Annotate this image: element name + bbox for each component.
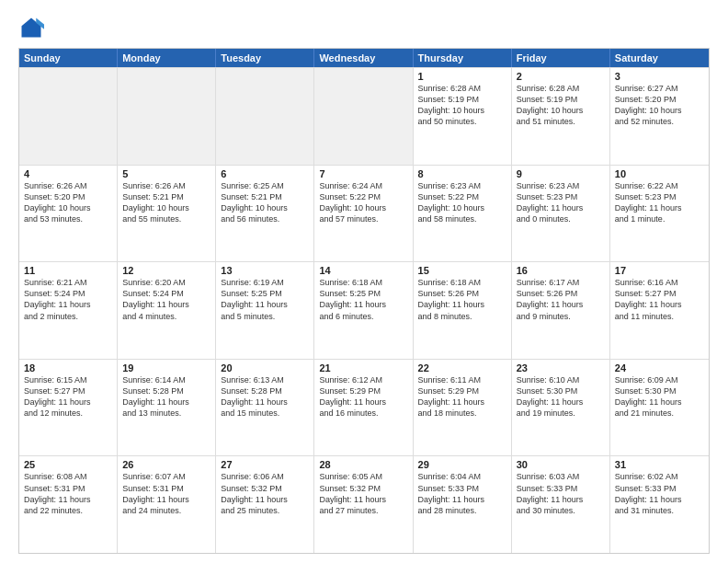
header-day-saturday: Saturday — [610, 49, 709, 67]
day-detail-19: Sunrise: 6:14 AM Sunset: 5:28 PM Dayligh… — [122, 374, 210, 419]
day-cell-5: 5Sunrise: 6:26 AM Sunset: 5:21 PM Daylig… — [118, 166, 216, 262]
day-cell-29: 29Sunrise: 6:04 AM Sunset: 5:33 PM Dayli… — [414, 456, 512, 553]
day-cell-6: 6Sunrise: 6:25 AM Sunset: 5:21 PM Daylig… — [216, 166, 314, 262]
calendar-row-4: 18Sunrise: 6:15 AM Sunset: 5:27 PM Dayli… — [19, 359, 709, 456]
header-day-thursday: Thursday — [414, 49, 512, 67]
day-cell-17: 17Sunrise: 6:16 AM Sunset: 5:27 PM Dayli… — [610, 262, 709, 359]
day-detail-23: Sunrise: 6:10 AM Sunset: 5:30 PM Dayligh… — [517, 374, 605, 419]
day-cell-11: 11Sunrise: 6:21 AM Sunset: 5:24 PM Dayli… — [19, 262, 118, 359]
day-number-10: 10 — [615, 168, 704, 179]
day-number-13: 13 — [221, 265, 309, 276]
header-day-friday: Friday — [512, 49, 610, 67]
day-detail-16: Sunrise: 6:17 AM Sunset: 5:26 PM Dayligh… — [517, 277, 605, 322]
calendar-row-2: 4Sunrise: 6:26 AM Sunset: 5:20 PM Daylig… — [19, 165, 709, 262]
day-detail-5: Sunrise: 6:26 AM Sunset: 5:21 PM Dayligh… — [122, 180, 210, 225]
day-cell-26: 26Sunrise: 6:07 AM Sunset: 5:31 PM Dayli… — [118, 456, 216, 553]
header-day-sunday: Sunday — [19, 49, 118, 67]
logo — [18, 15, 48, 40]
day-number-1: 1 — [418, 71, 506, 82]
day-number-7: 7 — [319, 168, 407, 179]
header — [18, 15, 710, 40]
empty-cell — [19, 68, 118, 165]
day-detail-15: Sunrise: 6:18 AM Sunset: 5:26 PM Dayligh… — [418, 277, 506, 322]
day-number-22: 22 — [418, 362, 506, 373]
day-cell-27: 27Sunrise: 6:06 AM Sunset: 5:32 PM Dayli… — [216, 456, 314, 553]
day-detail-27: Sunrise: 6:06 AM Sunset: 5:32 PM Dayligh… — [221, 471, 309, 516]
day-number-14: 14 — [319, 265, 407, 276]
day-number-6: 6 — [221, 168, 309, 179]
day-detail-8: Sunrise: 6:23 AM Sunset: 5:22 PM Dayligh… — [418, 180, 506, 225]
day-detail-28: Sunrise: 6:05 AM Sunset: 5:32 PM Dayligh… — [319, 471, 407, 516]
day-detail-22: Sunrise: 6:11 AM Sunset: 5:29 PM Dayligh… — [418, 374, 506, 419]
day-detail-2: Sunrise: 6:28 AM Sunset: 5:19 PM Dayligh… — [517, 83, 605, 128]
day-cell-23: 23Sunrise: 6:10 AM Sunset: 5:30 PM Dayli… — [512, 360, 610, 456]
day-number-30: 30 — [517, 459, 605, 470]
day-detail-12: Sunrise: 6:20 AM Sunset: 5:24 PM Dayligh… — [122, 277, 210, 322]
day-cell-31: 31Sunrise: 6:02 AM Sunset: 5:33 PM Dayli… — [610, 456, 709, 553]
day-number-12: 12 — [122, 265, 210, 276]
day-cell-3: 3Sunrise: 6:27 AM Sunset: 5:20 PM Daylig… — [610, 68, 709, 165]
day-cell-1: 1Sunrise: 6:28 AM Sunset: 5:19 PM Daylig… — [414, 68, 512, 165]
day-number-11: 11 — [24, 265, 112, 276]
day-cell-7: 7Sunrise: 6:24 AM Sunset: 5:22 PM Daylig… — [314, 166, 413, 262]
day-cell-18: 18Sunrise: 6:15 AM Sunset: 5:27 PM Dayli… — [19, 360, 118, 456]
day-detail-10: Sunrise: 6:22 AM Sunset: 5:23 PM Dayligh… — [615, 180, 704, 225]
day-number-2: 2 — [517, 71, 605, 82]
day-number-16: 16 — [517, 265, 605, 276]
logo-icon — [18, 15, 44, 40]
calendar: SundayMondayTuesdayWednesdayThursdayFrid… — [18, 48, 710, 554]
day-cell-16: 16Sunrise: 6:17 AM Sunset: 5:26 PM Dayli… — [512, 262, 610, 359]
empty-cell — [118, 68, 216, 165]
day-detail-4: Sunrise: 6:26 AM Sunset: 5:20 PM Dayligh… — [24, 180, 112, 225]
day-number-24: 24 — [615, 362, 704, 373]
day-cell-15: 15Sunrise: 6:18 AM Sunset: 5:26 PM Dayli… — [414, 262, 512, 359]
day-number-5: 5 — [122, 168, 210, 179]
day-number-28: 28 — [319, 459, 407, 470]
day-cell-28: 28Sunrise: 6:05 AM Sunset: 5:32 PM Dayli… — [314, 456, 413, 553]
day-number-15: 15 — [418, 265, 506, 276]
day-detail-26: Sunrise: 6:07 AM Sunset: 5:31 PM Dayligh… — [122, 471, 210, 516]
day-cell-30: 30Sunrise: 6:03 AM Sunset: 5:33 PM Dayli… — [512, 456, 610, 553]
day-number-29: 29 — [418, 459, 506, 470]
day-detail-29: Sunrise: 6:04 AM Sunset: 5:33 PM Dayligh… — [418, 471, 506, 516]
day-detail-6: Sunrise: 6:25 AM Sunset: 5:21 PM Dayligh… — [221, 180, 309, 225]
calendar-row-3: 11Sunrise: 6:21 AM Sunset: 5:24 PM Dayli… — [19, 261, 709, 359]
day-cell-25: 25Sunrise: 6:08 AM Sunset: 5:31 PM Dayli… — [19, 456, 118, 553]
calendar-row-5: 25Sunrise: 6:08 AM Sunset: 5:31 PM Dayli… — [19, 455, 709, 553]
day-number-19: 19 — [122, 362, 210, 373]
day-cell-9: 9Sunrise: 6:23 AM Sunset: 5:23 PM Daylig… — [512, 166, 610, 262]
day-cell-20: 20Sunrise: 6:13 AM Sunset: 5:28 PM Dayli… — [216, 360, 314, 456]
day-detail-3: Sunrise: 6:27 AM Sunset: 5:20 PM Dayligh… — [615, 83, 704, 128]
day-detail-9: Sunrise: 6:23 AM Sunset: 5:23 PM Dayligh… — [517, 180, 605, 225]
day-detail-13: Sunrise: 6:19 AM Sunset: 5:25 PM Dayligh… — [221, 277, 309, 322]
calendar-header: SundayMondayTuesdayWednesdayThursdayFrid… — [19, 49, 709, 67]
day-number-3: 3 — [615, 71, 704, 82]
day-number-31: 31 — [615, 459, 704, 470]
day-detail-18: Sunrise: 6:15 AM Sunset: 5:27 PM Dayligh… — [24, 374, 112, 419]
day-cell-24: 24Sunrise: 6:09 AM Sunset: 5:30 PM Dayli… — [610, 360, 709, 456]
day-detail-20: Sunrise: 6:13 AM Sunset: 5:28 PM Dayligh… — [221, 374, 309, 419]
day-number-4: 4 — [24, 168, 112, 179]
day-detail-31: Sunrise: 6:02 AM Sunset: 5:33 PM Dayligh… — [615, 471, 704, 516]
day-detail-24: Sunrise: 6:09 AM Sunset: 5:30 PM Dayligh… — [615, 374, 704, 419]
header-day-monday: Monday — [118, 49, 216, 67]
page: SundayMondayTuesdayWednesdayThursdayFrid… — [0, 0, 728, 563]
day-detail-30: Sunrise: 6:03 AM Sunset: 5:33 PM Dayligh… — [517, 471, 605, 516]
empty-cell — [314, 68, 413, 165]
day-cell-2: 2Sunrise: 6:28 AM Sunset: 5:19 PM Daylig… — [512, 68, 610, 165]
day-number-27: 27 — [221, 459, 309, 470]
empty-cell — [216, 68, 314, 165]
day-detail-21: Sunrise: 6:12 AM Sunset: 5:29 PM Dayligh… — [319, 374, 407, 419]
day-number-8: 8 — [418, 168, 506, 179]
day-detail-7: Sunrise: 6:24 AM Sunset: 5:22 PM Dayligh… — [319, 180, 407, 225]
calendar-body: 1Sunrise: 6:28 AM Sunset: 5:19 PM Daylig… — [19, 67, 709, 553]
day-number-26: 26 — [122, 459, 210, 470]
calendar-row-1: 1Sunrise: 6:28 AM Sunset: 5:19 PM Daylig… — [19, 67, 709, 165]
day-number-25: 25 — [24, 459, 112, 470]
day-cell-4: 4Sunrise: 6:26 AM Sunset: 5:20 PM Daylig… — [19, 166, 118, 262]
day-cell-10: 10Sunrise: 6:22 AM Sunset: 5:23 PM Dayli… — [610, 166, 709, 262]
day-number-9: 9 — [517, 168, 605, 179]
day-detail-14: Sunrise: 6:18 AM Sunset: 5:25 PM Dayligh… — [319, 277, 407, 322]
day-number-20: 20 — [221, 362, 309, 373]
day-number-18: 18 — [24, 362, 112, 373]
